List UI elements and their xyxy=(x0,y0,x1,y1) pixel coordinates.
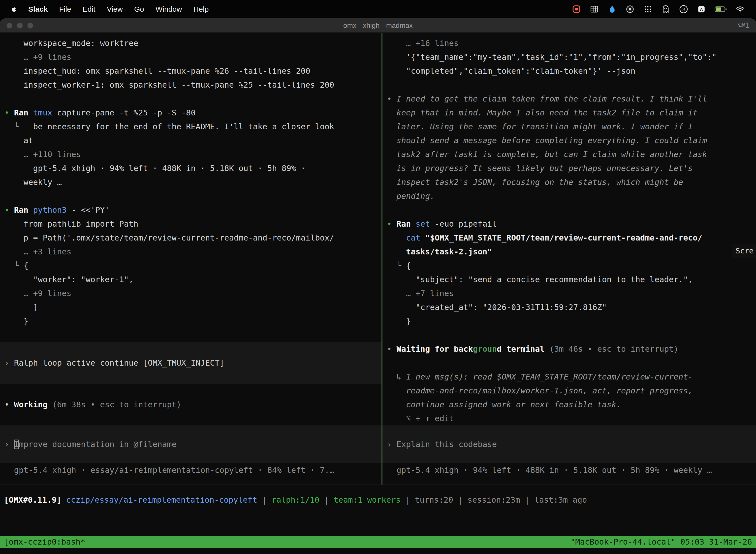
zoom-button[interactable] xyxy=(27,22,33,29)
dots-grid-icon[interactable] xyxy=(643,4,653,14)
text-segment: tasks/task-2.json" xyxy=(406,247,492,257)
terminal-line: gpt-5.4 xhigh · 94% left · 488K in · 5.1… xyxy=(382,463,756,477)
text-segment: › xyxy=(4,358,14,368)
text-segment: workspace_mode: worktree xyxy=(4,39,138,48)
terminal-line: continue assigned work or next feasible … xyxy=(382,398,756,411)
terminal-line: "completed","claim_token":"claim-token"}… xyxy=(382,64,756,78)
terminal-line xyxy=(0,384,381,398)
droplet-icon[interactable] xyxy=(607,4,617,14)
text-segment: mprove documentation in @filename xyxy=(19,440,177,449)
terminal-line: • I need to get the claim token from the… xyxy=(382,92,756,106)
terminal-line: └ be necessary for the end of the README… xyxy=(0,120,381,133)
text-segment: tmux xyxy=(33,108,57,117)
terminal-line xyxy=(0,328,381,342)
terminal-line: inspect_worker-1: omx sparkshell --tmux-… xyxy=(0,78,381,92)
status-segment: | xyxy=(257,495,271,505)
ghost-icon[interactable] xyxy=(661,4,671,14)
grid-icon[interactable] xyxy=(589,4,599,14)
minimize-button[interactable] xyxy=(17,22,23,29)
text-segment: { xyxy=(23,261,28,270)
status-segment: team:1 workers xyxy=(334,495,400,505)
text-segment: d terminal xyxy=(497,344,549,354)
text-segment: • xyxy=(387,94,397,104)
prompt-input-right[interactable]: › Explain this codebase xyxy=(382,426,756,463)
battery-icon[interactable] xyxy=(714,4,727,14)
terminal-line: • Ran tmux capture-pane -t %25 -p -S -80 xyxy=(0,106,381,120)
text-segment: readme-and-reco/mailbox/worker-1.json, a… xyxy=(387,386,693,395)
text-segment: should send a message before completing … xyxy=(387,136,707,145)
screen-record-icon[interactable] xyxy=(571,4,581,14)
text-segment: inspect task2's JSON, focusing on the st… xyxy=(387,177,683,187)
text-segment: task2 after task1 is complete, but can I… xyxy=(387,150,707,159)
text-segment: └ xyxy=(387,261,406,270)
apple-menu[interactable] xyxy=(10,5,17,13)
menu-items: File Edit View Go Window Help xyxy=(59,5,208,13)
status-segment: | xyxy=(400,495,415,505)
close-button[interactable] xyxy=(6,22,12,29)
text-segment: { xyxy=(406,261,411,270)
terminal-line xyxy=(382,356,756,370)
text-segment: … +9 lines xyxy=(4,52,71,62)
text-segment: … +3 lines xyxy=(4,247,71,257)
terminal-line: "subject": "send a concise recommendatio… xyxy=(382,273,756,286)
text-segment: • xyxy=(4,108,14,117)
terminal-line: at xyxy=(0,133,381,148)
text-segment: cat xyxy=(406,233,425,242)
terminal-line: └ { xyxy=(0,259,381,273)
terminal-line: tasks/task-2.json" xyxy=(382,245,756,259)
disc-icon[interactable] xyxy=(625,4,635,14)
terminal-line: from pathlib import Path xyxy=(0,217,381,231)
input-source-icon[interactable]: A xyxy=(696,4,706,14)
text-segment: … +7 lines xyxy=(387,289,454,298)
wifi-icon[interactable] xyxy=(735,4,745,14)
text-segment: … +9 lines xyxy=(4,289,71,298)
text-segment: - <<'PY' xyxy=(71,205,110,215)
text-segment: "subject": "send a concise recommendatio… xyxy=(387,275,693,284)
terminal-line: } xyxy=(382,314,756,328)
terminal-line: ⌥ + ↑ edit xyxy=(382,411,756,426)
menu-go[interactable]: Go xyxy=(134,5,144,13)
input-source-letter: A xyxy=(700,7,703,12)
text-segment: Ran xyxy=(14,108,33,117)
tmux-pane-right[interactable]: … +16 lines '{"team_name":"my-team","tas… xyxy=(382,33,756,485)
terminal-line: └ { xyxy=(382,259,756,273)
text-segment: inspect_worker-1: omx sparkshell --tmux-… xyxy=(4,80,334,90)
terminal-line xyxy=(382,328,756,342)
text-segment: "worker": "worker-1", xyxy=(4,275,133,284)
terminal-line: inspect task2's JSON, focusing on the st… xyxy=(382,175,756,189)
prompt-input-left[interactable]: › Improve documentation in @filename xyxy=(0,426,381,463)
terminal-line: "created_at": "2026-03-31T11:59:27.816Z" xyxy=(382,300,756,314)
text-segment: continue assigned work or next feasible … xyxy=(387,400,621,409)
text-segment: later. Using the same for transition mig… xyxy=(387,122,693,131)
tmux-session-name: [omx-cczip0:bash* xyxy=(4,536,85,548)
tmux-pane-left[interactable]: workspace_mode: worktree … +9 lines insp… xyxy=(0,33,381,485)
text-segment: set xyxy=(416,219,435,229)
window-shortcut-hint: ⌥⌘1 xyxy=(737,21,750,30)
menu-file[interactable]: File xyxy=(59,5,71,13)
text-segment: 1 new msg(s): read $OMX_TEAM_STATE_ROOT/… xyxy=(406,372,693,382)
terminal-line: … +3 lines xyxy=(0,245,381,259)
terminal-line xyxy=(0,92,381,106)
terminal-line: p = Path('.omx/state/team/review-current… xyxy=(0,231,381,245)
terminal-line: is in progress? It seems likely but perh… xyxy=(382,161,756,175)
battery-percent-badge-icon[interactable]: 61 xyxy=(679,4,689,14)
text-segment: Ran xyxy=(14,205,33,215)
omx-status-line: [OMX#0.11.9] cczip/essay/ai-reimplementa… xyxy=(4,493,756,507)
text-segment: I need to get the claim token from the c… xyxy=(397,94,707,104)
text-segment: keep that in mind. Maybe I also need the… xyxy=(387,108,697,117)
menu-status-icons: 61 A xyxy=(571,4,745,14)
terminal-line: cat "$OMX_TEAM_STATE_ROOT/team/review-cu… xyxy=(382,231,756,245)
menu-edit[interactable]: Edit xyxy=(82,5,96,13)
terminal-window: omx --xhigh --madmax ⌥⌘1 workspace_mode:… xyxy=(0,18,756,554)
menu-window[interactable]: Window xyxy=(155,5,182,13)
menu-bar: Slack File Edit View Go Window Help xyxy=(0,0,756,18)
terminal-line: • Ran python3 - <<'PY' xyxy=(0,203,381,217)
title-bar[interactable]: omx --xhigh --madmax ⌥⌘1 xyxy=(0,18,756,33)
menu-view[interactable]: View xyxy=(107,5,123,13)
text-segment: python3 xyxy=(33,205,71,215)
queued-message-box[interactable]: › Ralph loop active continue [OMX_TMUX_I… xyxy=(0,342,381,384)
terminal-line: gpt-5.4 xhigh · 94% left · 488K in · 5.1… xyxy=(0,161,381,175)
text-segment: … +110 lines xyxy=(4,150,81,159)
menu-help[interactable]: Help xyxy=(193,5,209,13)
app-menu-slack[interactable]: Slack xyxy=(28,5,48,13)
